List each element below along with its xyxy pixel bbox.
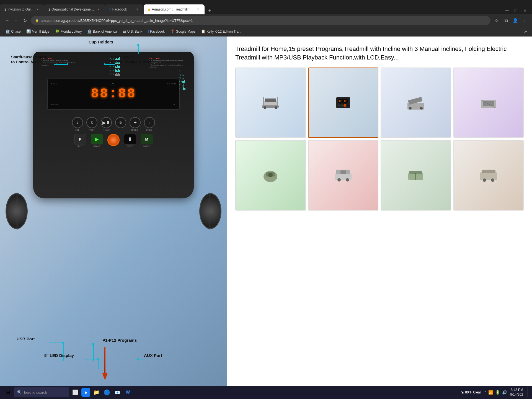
minimize-button[interactable]: — (503, 7, 511, 14)
svg-rect-6 (277, 97, 278, 105)
svg-rect-13 (347, 105, 349, 106)
thumbnail-2[interactable]: 88:88 (308, 68, 379, 138)
clock-date: 9/14/202 (510, 392, 523, 397)
taskbar-outlook[interactable]: 📧 (113, 388, 122, 397)
svg-point-35 (491, 178, 494, 182)
maximize-button[interactable]: □ (512, 7, 520, 14)
safety-cord (104, 347, 105, 375)
more-bookmarks-button[interactable]: » (523, 28, 529, 34)
bookmark-maps[interactable]: 📍 Google Maps (168, 28, 198, 34)
show-desktop-button[interactable] (528, 387, 529, 397)
speed-label: SPEED (167, 82, 176, 85)
reload-button[interactable]: ↻ (21, 17, 29, 24)
play-pause-group: ▶⏸ Replay (101, 117, 112, 131)
vol-minus-group: ♪ VOL- (72, 117, 83, 131)
tab-amazon[interactable]: a Amazon.com : Treadmill for Home ✕ (144, 4, 205, 14)
usbank-icon: 🏛 (123, 29, 126, 33)
mode-button[interactable]: M (141, 134, 153, 144)
bookmark-star-button[interactable]: ☆ (493, 17, 500, 24)
taskbar-search[interactable]: 🔍 here to search (14, 387, 69, 397)
product-image-area: CAUTION • Read the owner's manual carefu… (0, 37, 227, 386)
thumbnail-5[interactable] (235, 140, 306, 211)
bookmark-kelly[interactable]: 📋 Kelly K-12 Edition Tra... (199, 28, 243, 34)
volume-icon[interactable]: 🔊 (502, 390, 507, 395)
tray-icons: ^ 📶 🔋 🔊 (484, 390, 507, 395)
bookmark-chase[interactable]: 🏦 Chase (3, 28, 23, 34)
bookmark-usbank[interactable]: 🏛 U.S. Bank (120, 28, 144, 34)
bookmark-facebook[interactable]: f Facebook (146, 28, 167, 34)
bookmark-usbank-label: U.S. Bank (127, 30, 142, 33)
forward-button[interactable]: → (12, 17, 20, 24)
pulse-label: PULSE (51, 103, 58, 106)
bookmark-bofa[interactable]: 🏦 Bank of America (85, 28, 119, 34)
taskbar-edge[interactable]: e (81, 388, 90, 397)
taskbar-task-view[interactable]: ⬜ (71, 388, 80, 397)
thumbnail-8[interactable] (453, 140, 524, 211)
tab-facebook[interactable]: f Facebook ✕ (105, 4, 144, 14)
battery-icon[interactable]: 🔋 (495, 390, 500, 395)
cal-bottom-label: CAL (172, 103, 176, 106)
clock-time: 8:43 PM (510, 388, 523, 392)
mode-btn-group: M MODE (141, 134, 153, 147)
led-display: 88:88 (51, 87, 176, 100)
bookmark-kelly-label: Kelly K-12 Edition Tra... (206, 30, 241, 33)
svg-point-3 (264, 106, 266, 109)
svg-point-26 (337, 178, 341, 182)
right-programs: P1 ♪ P2 P3 (179, 70, 186, 90)
back-button[interactable]: ← (3, 17, 11, 24)
thumbnail-6-image (334, 165, 353, 185)
system-tray: 🌤 80°F Clear ^ 📶 🔋 🔊 8:43 PM 9/14/202 (461, 387, 529, 397)
button-row-1: ♪ VOL- ♫ VOL+ ▶⏸ Replay ⊙ (42, 117, 185, 131)
new-tab-button[interactable]: + (206, 7, 213, 14)
time-display[interactable]: 8:43 PM 9/14/202 (510, 388, 523, 397)
network-icon[interactable]: ^ (484, 390, 486, 395)
tab-invitation[interactable]: ℹ Invitation to Our... ✕ (0, 4, 44, 14)
taskbar-file-explorer[interactable]: 📁 (92, 388, 101, 397)
windows-button[interactable]: ⊞ (3, 388, 12, 397)
menu-button[interactable]: ⋮ (521, 17, 529, 24)
vol-plus-button[interactable]: ♫ (86, 117, 97, 128)
tab3-icon: f (109, 7, 111, 12)
thumbnail-3[interactable] (381, 68, 451, 138)
address-bar[interactable]: 🔒 amazon.com/gp/product/B08RX5YNCP/ref=p… (31, 16, 490, 25)
thumbnail-1[interactable] (235, 68, 306, 138)
profile-button[interactable]: 👤 (512, 17, 519, 24)
close-window-button[interactable]: ✕ (521, 7, 529, 14)
thumbnail-4[interactable] (453, 68, 524, 138)
speaker-left (17, 192, 17, 230)
taskbar: ⊞ 🔍 here to search ⬜ e 📁 🔵 📧 W 🌤 80°F Cl… (0, 386, 532, 399)
svg-point-34 (483, 178, 486, 182)
bookmark-lottery[interactable]: 🍀 Florida Lottery (53, 28, 84, 34)
prog-button[interactable]: P (74, 134, 86, 144)
play-pause-button[interactable]: ▶⏸ (101, 117, 112, 128)
thumbnail-6[interactable] (308, 140, 379, 211)
speed-minus-label: SPEE- (146, 129, 153, 131)
stop-button[interactable]: ⏸ (124, 134, 136, 144)
tab3-close[interactable]: ✕ (135, 7, 139, 12)
tab1-close[interactable]: ✕ (35, 7, 40, 12)
mode-circle-button[interactable]: ⊙ (115, 117, 126, 128)
speed-minus-button[interactable]: - (144, 117, 155, 128)
tab2-icon: ℹ (48, 7, 50, 12)
safety-key[interactable] (107, 134, 120, 146)
thumbnail-7[interactable] (381, 140, 451, 211)
extensions-button[interactable]: ⧉ (502, 17, 510, 24)
vol-minus-button[interactable]: ♪ (72, 117, 83, 128)
tab2-close[interactable]: ✕ (96, 7, 100, 12)
taskbar-word[interactable]: W (123, 388, 132, 397)
search-icon: 🔍 (17, 390, 22, 395)
thumbnail-7-image (406, 165, 425, 185)
preset-programs-left: PD 1 PD 2 (110, 57, 120, 76)
taskbar-chrome[interactable]: 🔵 (102, 388, 111, 397)
merrill-icon: 📊 (26, 29, 31, 33)
start-button[interactable]: ▶ (91, 134, 103, 144)
product-thumbnails-row1: 88:88 (235, 68, 524, 138)
bookmark-merrill[interactable]: 📊 Merrill Edge (24, 28, 52, 34)
thumbnail-2-image: 88:88 (334, 93, 353, 112)
wifi-icon[interactable]: 📶 (488, 390, 493, 395)
speed-plus-button[interactable]: + (130, 117, 141, 128)
product-title: Treadmill for Home,15 preset Programs,Tr… (235, 45, 524, 62)
tab-jobs[interactable]: ℹ Organizational Development Jobs ✕ (44, 4, 105, 14)
tab4-close[interactable]: ✕ (196, 7, 200, 12)
console-top: CAUTION • Read the owner's manual carefu… (33, 52, 194, 114)
